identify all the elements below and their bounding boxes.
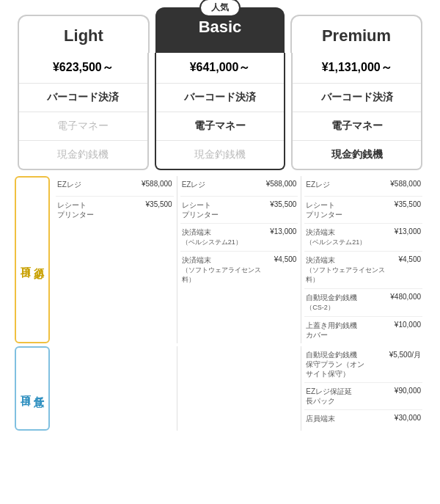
item-price: ¥588,000 [266, 180, 297, 188]
optional-col-premium: 自動現金釣銭機保守プラン（オンサイト保守） ¥5,500/月 EZレジ保証延長パ… [301, 346, 425, 431]
item-name: EZレジ [57, 180, 139, 189]
item-name: EZレジ [182, 180, 263, 189]
detail-item: 決済端末（ソフトウェアライセンス料） ¥4,500 [180, 252, 298, 288]
detail-item: EZレジ保証延長パック ¥90,000 [304, 383, 422, 410]
required-col-basic: EZレジ ¥588,000 レシートプリンター ¥35,500 決済端末（ベルシ… [177, 176, 301, 343]
optional-section: 任意項目 自動現金釣銭機保守プラン（オンサイト保守） ¥5,500/月 EZレジ… [15, 346, 425, 431]
plans-body: ¥623,500～ バーコード決済 電子マネー 現金釣銭機 ¥641,000～ … [15, 53, 425, 170]
pricing-container: Light 人気 Basic Premium ¥623,500～ バーコード決済… [15, 7, 425, 431]
required-col-light: EZレジ ¥588,000 レシートプリンター ¥35,500 [53, 176, 177, 343]
plan-col-light: ¥623,500～ バーコード決済 電子マネー 現金釣銭機 [18, 53, 149, 170]
plan-header-basic: 人気 Basic [155, 7, 285, 53]
optional-label: 任意項目 [15, 346, 50, 431]
feature-emoney-premium: 電子マネー [293, 112, 421, 141]
plan-name-premium: Premium [322, 26, 391, 45]
item-name: レシートプリンター [57, 200, 143, 219]
plan-name-light: Light [64, 26, 103, 45]
item-name: 決済端末（ソフトウェアライセンス料） [306, 255, 395, 285]
plan-header-light: Light [18, 15, 150, 53]
required-col-premium: EZレジ ¥588,000 レシートプリンター ¥35,500 決済端末（ベルシ… [301, 176, 425, 343]
detail-item: レシートプリンター ¥35,500 [180, 197, 298, 224]
required-detail-cols: EZレジ ¥588,000 レシートプリンター ¥35,500 EZレジ ¥58… [53, 176, 425, 343]
item-name: レシートプリンター [306, 200, 392, 219]
item-price: ¥13,000 [270, 227, 296, 235]
feature-emoney-light: 電子マネー [19, 112, 147, 141]
item-name: 店員端末 [306, 414, 392, 423]
feature-barcode-premium: バーコード決済 [293, 84, 421, 112]
plan-col-premium: ¥1,131,000～ バーコード決済 電子マネー 現金釣銭機 [291, 53, 422, 170]
item-price: ¥5,500/月 [389, 350, 421, 360]
detail-item: EZレジ ¥588,000 [56, 176, 174, 197]
item-price: ¥10,000 [395, 321, 421, 329]
required-section: 必須項目 EZレジ ¥588,000 レシートプリンター ¥35,500 EZレ… [15, 176, 425, 343]
feature-cash-basic: 現金釣銭機 [156, 141, 285, 169]
item-name: EZレジ [306, 180, 387, 189]
detail-item: 店員端末 ¥30,000 [304, 410, 422, 431]
detail-item: 決済端末（ソフトウェアライセンス料） ¥4,500 [304, 252, 422, 289]
item-price: ¥4,500 [398, 255, 421, 263]
detail-item: EZレジ ¥588,000 [304, 176, 422, 197]
item-price: ¥35,500 [395, 200, 421, 208]
feature-barcode-light: バーコード決済 [19, 84, 147, 112]
optional-col-light [53, 346, 177, 431]
item-price: ¥35,500 [146, 200, 172, 208]
feature-barcode-basic: バーコード決済 [156, 84, 285, 112]
price-light: ¥623,500～ [19, 53, 147, 84]
item-name: EZレジ保証延長パック [306, 387, 392, 406]
popular-badge: 人気 [199, 0, 241, 17]
detail-item: 自動現金釣銭機保守プラン（オンサイト保守） ¥5,500/月 [304, 346, 422, 383]
item-price: ¥30,000 [395, 414, 421, 422]
item-price: ¥588,000 [390, 180, 421, 188]
item-price: ¥4,500 [274, 255, 297, 263]
detail-item: EZレジ ¥588,000 [180, 176, 298, 197]
item-name: 決済端末（ソフトウェアライセンス料） [182, 255, 271, 285]
item-name: 自動現金釣銭機保守プラン（オンサイト保守） [306, 350, 386, 379]
item-price: ¥588,000 [142, 180, 172, 188]
feature-cash-light: 現金釣銭機 [19, 141, 147, 169]
detail-item: レシートプリンター ¥35,500 [304, 197, 422, 224]
plans-header: Light 人気 Basic Premium [15, 7, 425, 53]
item-price: ¥13,000 [395, 227, 421, 235]
plan-col-basic: ¥641,000～ バーコード決済 電子マネー 現金釣銭機 [155, 53, 286, 170]
plan-header-premium: Premium [290, 15, 422, 53]
detail-item: 自動現金釣銭機（CS-2） ¥480,000 [304, 289, 422, 317]
optional-detail-cols: 自動現金釣銭機保守プラン（オンサイト保守） ¥5,500/月 EZレジ保証延長パ… [53, 346, 425, 431]
item-price: ¥35,500 [270, 200, 296, 208]
item-price: ¥480,000 [390, 293, 421, 301]
item-name: 上蓋き用釣銭機カバー [306, 321, 392, 340]
feature-emoney-basic: 電子マネー [156, 112, 285, 141]
detail-item: 決済端末（ベルシステム21） ¥13,000 [304, 224, 422, 252]
required-label: 必須項目 [15, 176, 50, 343]
item-price: ¥90,000 [395, 387, 421, 395]
plan-name-basic: Basic [199, 18, 242, 36]
item-name: 決済端末（ベルシステム21） [306, 227, 392, 247]
optional-col-basic [177, 346, 301, 431]
detail-item: レシートプリンター ¥35,500 [56, 197, 174, 223]
detail-item: 決済端末（ベルシステム21） ¥13,000 [180, 224, 298, 252]
item-name: 決済端末（ベルシステム21） [182, 227, 268, 247]
detail-item: 上蓋き用釣銭機カバー ¥10,000 [304, 317, 422, 343]
item-name: レシートプリンター [182, 200, 268, 219]
price-premium: ¥1,131,000～ [293, 53, 421, 84]
price-basic: ¥641,000～ [156, 53, 285, 84]
item-name: 自動現金釣銭機（CS-2） [306, 293, 387, 313]
feature-cash-premium: 現金釣銭機 [293, 141, 421, 169]
